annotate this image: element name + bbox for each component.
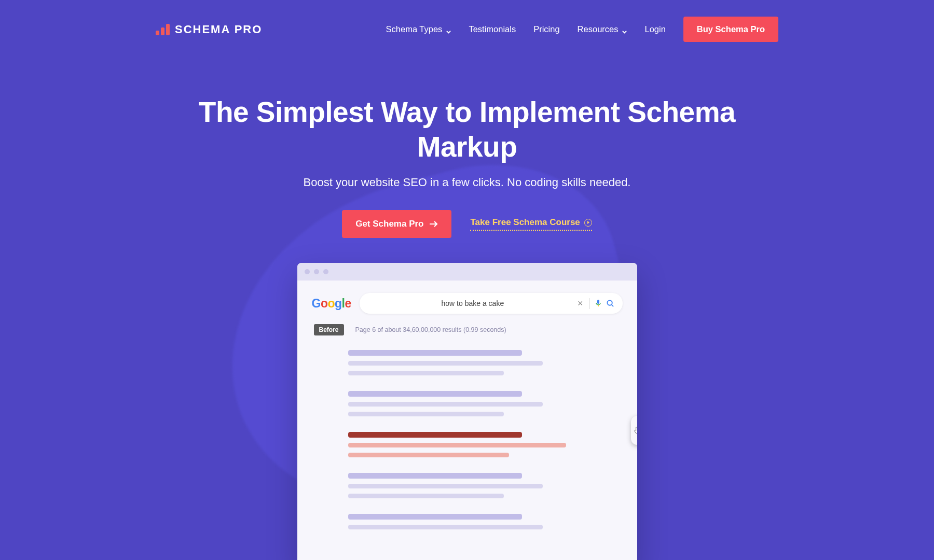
hero-ctas: Get Schema Pro Take Free Schema Course	[156, 210, 778, 238]
cta-label: Get Schema Pro	[355, 219, 423, 229]
pointer-icon	[634, 426, 637, 435]
clear-icon: ×	[578, 298, 590, 309]
search-query: how to bake a cake	[368, 299, 578, 307]
hero-section: The Simplest Way to Implement Schema Mar…	[156, 59, 778, 560]
brand-logo[interactable]: SCHEMA PRO	[156, 23, 262, 36]
course-label: Take Free Schema Course	[470, 217, 580, 228]
nav-label: Login	[644, 24, 665, 34]
search-result	[348, 391, 623, 416]
svg-line-3	[611, 305, 613, 306]
mic-icon	[595, 299, 601, 307]
search-result	[348, 350, 623, 375]
browser-body: Google how to bake a cake ×	[297, 281, 637, 560]
nav-item-resources[interactable]: Resources	[578, 24, 627, 34]
before-after-slider-handle[interactable]	[631, 416, 637, 445]
bars-icon	[156, 24, 170, 35]
google-logo: Google	[312, 297, 351, 311]
buy-button[interactable]: Buy Schema Pro	[683, 17, 778, 42]
search-result-highlighted	[348, 432, 623, 457]
brand-name: SCHEMA PRO	[175, 23, 262, 36]
hero-headline: The Simplest Way to Implement Schema Mar…	[156, 95, 778, 164]
window-dot	[314, 269, 319, 274]
nav-label: Pricing	[533, 24, 559, 34]
search-result	[348, 473, 623, 498]
chevron-down-icon	[622, 27, 627, 32]
get-schema-pro-button[interactable]: Get Schema Pro	[342, 210, 451, 238]
free-course-link[interactable]: Take Free Schema Course	[470, 217, 592, 231]
nav-item-schema-types[interactable]: Schema Types	[386, 24, 451, 34]
before-badge: Before	[314, 324, 344, 335]
main-nav: SCHEMA PRO Schema Types Testimonials Pri…	[156, 0, 778, 59]
arrow-right-icon	[430, 220, 438, 228]
results-count: Page 6 of about 34,60,00,000 results (0.…	[355, 326, 506, 333]
nav-label: Schema Types	[386, 24, 443, 34]
chevron-down-icon	[446, 27, 451, 32]
nav-label: Testimonials	[469, 24, 516, 34]
hero-subheadline: Boost your website SEO in a few clicks. …	[156, 176, 778, 189]
nav-item-testimonials[interactable]: Testimonials	[469, 24, 516, 34]
browser-mockup: Google how to bake a cake ×	[297, 263, 637, 560]
window-dot	[305, 269, 310, 274]
window-dot	[323, 269, 328, 274]
nav-label: Resources	[578, 24, 619, 34]
nav-item-login[interactable]: Login	[644, 24, 665, 34]
play-icon	[584, 219, 592, 227]
browser-titlebar	[297, 263, 637, 281]
search-icon	[607, 300, 614, 307]
search-result	[348, 514, 623, 529]
svg-point-2	[607, 300, 612, 305]
search-bar: how to bake a cake ×	[360, 293, 623, 314]
nav-links: Schema Types Testimonials Pricing Resour…	[386, 17, 778, 42]
nav-item-pricing[interactable]: Pricing	[533, 24, 559, 34]
svg-rect-0	[597, 300, 599, 304]
